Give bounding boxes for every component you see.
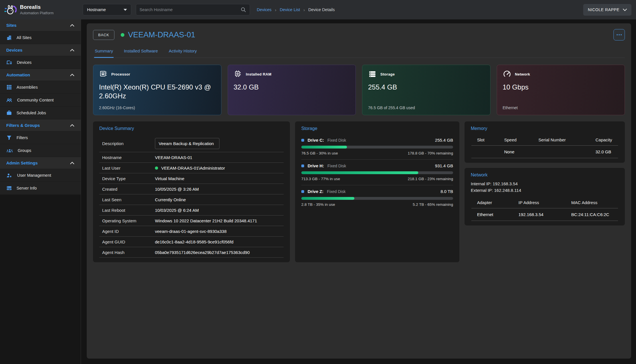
table-row-last-seen: Last Seen Currently Online	[99, 194, 284, 205]
drive-bullet-icon	[301, 190, 304, 193]
user-online-status-dot	[155, 166, 158, 170]
cpu-icon	[99, 70, 108, 78]
row-label: Agent Hash	[102, 250, 155, 255]
external-ip-text: External IP: 162.248.8.114	[471, 187, 619, 194]
sidebar-item-server-info[interactable]: Server Info	[0, 182, 81, 195]
chevron-up-icon	[70, 24, 74, 27]
row-label: Hostname	[102, 155, 155, 160]
drive-row-h: Drive H: Fixed Disk 931.4 GB 713.3 GB - …	[301, 160, 453, 185]
memory-cell-speed: None	[498, 146, 533, 158]
device-details-card: BACK VEEAM-DRAAS-01 Summary Installed So…	[87, 23, 631, 359]
sidebar-section-admin-settings[interactable]: Admin Settings	[0, 157, 81, 169]
device-online-status-dot	[121, 33, 124, 37]
sidebar-item-community-content[interactable]: Community Content	[0, 94, 81, 107]
network-panel: Network Internal IP: 192.168.3.54 Extern…	[465, 168, 625, 225]
memory-table: Slot Speed Serial Number Capacity None 3…	[471, 135, 619, 158]
sidebar-section-sites[interactable]: Sites	[0, 19, 81, 31]
sidebar-empty-area	[0, 195, 81, 364]
row-label: Last Seen	[102, 197, 155, 202]
drive-used-text: 2.8 TB - 35% in use	[301, 202, 335, 207]
search-field-select[interactable]: Hostname	[83, 4, 131, 15]
sidebar-item-label: All Sites	[17, 35, 31, 40]
drive-remaining-text: 5.2 TB - 65% remaining	[413, 202, 453, 207]
sidebar-item-all-sites[interactable]: All Sites	[0, 31, 81, 44]
brand: Borealis Automation Platform	[0, 3, 81, 17]
brand-text: Borealis Automation Platform	[20, 4, 54, 15]
sidebar-item-groups[interactable]: Groups	[0, 144, 81, 157]
sidebar-item-filters[interactable]: Filters	[0, 131, 81, 144]
table-row-hostname: Hostname VEEAM-DRAAS-01	[99, 152, 284, 163]
detail-panels: Device Summary Description Hostname VEEA…	[93, 121, 625, 262]
sidebar-section-filters-groups[interactable]: Filters & Groups	[0, 119, 81, 131]
stat-card-value: 255.4 GB	[368, 83, 484, 91]
drive-bullet-icon	[301, 164, 304, 167]
sidebar-item-label: Assemblies	[17, 85, 38, 90]
panel-title: Device Summary	[99, 126, 284, 131]
tab-installed-software[interactable]: Installed Software	[123, 46, 158, 58]
user-menu-button[interactable]: NICOLE RAPPE	[583, 4, 631, 16]
row-label: Description	[102, 141, 155, 146]
briefcase-icon	[6, 110, 12, 116]
table-row-last-reboot: Last Reboot 10/03/2025 @ 6:24 AM	[99, 205, 284, 215]
column-header-adapter: Adapter	[471, 198, 513, 208]
search-input[interactable]	[140, 7, 241, 12]
sidebar-item-devices[interactable]: Devices	[0, 56, 81, 69]
row-value: 10/05/2025 @ 3:26 AM	[155, 187, 281, 192]
stat-cards: Processor Intel(R) Xeon(R) CPU E5-2690 v…	[93, 65, 625, 115]
drive-remaining-text: 178.8 GB - 70% remaining	[408, 151, 453, 155]
user-gear-icon	[6, 172, 13, 178]
breadcrumb-device-list[interactable]: Device List	[280, 7, 300, 12]
column-header-ip-address: IP Address	[513, 198, 566, 208]
table-row-device-type: Device Type Virtual Machine	[99, 173, 284, 184]
drive-size: 255.4 GB	[435, 138, 453, 143]
storage-panel: Storage Drive C: Fixed Disk 255.4 GB	[295, 121, 459, 262]
tab-summary[interactable]: Summary	[94, 46, 114, 58]
sidebar-section-label: Admin Settings	[6, 160, 38, 165]
stat-card-value: 32.0 GB	[234, 83, 350, 91]
server-icon	[6, 185, 12, 191]
drive-type: Fixed Disk	[328, 138, 346, 143]
sidebar-item-label: Filters	[17, 135, 28, 140]
device-header: BACK VEEAM-DRAAS-01	[93, 29, 625, 40]
brand-name: Borealis	[20, 4, 54, 10]
sidebar-item-user-management[interactable]: User Management	[0, 169, 81, 182]
groups-icon	[6, 148, 13, 153]
row-value: VEEAM-DRAAS-01	[155, 155, 281, 160]
row-label: Last Reboot	[102, 208, 155, 213]
memory-cell-serial	[533, 146, 590, 158]
back-button[interactable]: BACK	[93, 30, 114, 40]
sidebar-item-scheduled-jobs[interactable]: Scheduled Jobs	[0, 107, 81, 119]
row-label: Agent ID	[102, 229, 155, 234]
table-row-agent-guid: Agent GUID de16c0c1-8aa2-4d18-9585-9ce91…	[99, 237, 284, 247]
main-area: BACK VEEAM-DRAAS-01 Summary Installed So…	[81, 19, 636, 364]
column-header-speed: Speed	[498, 135, 533, 146]
ram-icon	[234, 70, 242, 78]
storage-icon	[368, 70, 377, 78]
column-header-mac-address: MAC Address	[566, 198, 618, 208]
breadcrumb: Devices › Device List › Device Details	[257, 7, 335, 12]
tab-activity-history[interactable]: Activity History	[168, 46, 197, 58]
row-value: 05ba0e7935171d626ecea29b27d7ae175363cd90	[155, 250, 281, 255]
sidebar-section-label: Sites	[6, 23, 17, 28]
more-actions-button[interactable]	[613, 29, 625, 40]
chevron-up-icon	[70, 74, 74, 76]
row-label: Device Type	[102, 176, 155, 181]
search-icon	[241, 7, 246, 13]
tab-bar: Summary Installed Software Activity Hist…	[93, 46, 625, 58]
borealis-rabbit-logo	[3, 3, 17, 17]
chevron-up-icon	[70, 124, 74, 127]
sidebar-item-assemblies[interactable]: Assemblies	[0, 81, 81, 94]
search-bar	[136, 4, 250, 15]
breadcrumb-devices[interactable]: Devices	[257, 7, 272, 12]
row-value: Currently Online	[155, 197, 281, 202]
row-label: Last User	[102, 166, 155, 170]
sidebar-section-automation[interactable]: Automation	[0, 69, 81, 81]
drive-remaining-text: 218.1 GB - 23% remaining	[408, 177, 453, 181]
building-icon	[6, 35, 12, 40]
adapter-cell-name: Ethernet	[471, 208, 513, 221]
description-input[interactable]	[155, 138, 219, 149]
drive-name: Drive C:	[308, 138, 324, 143]
memory-cell-slot	[471, 146, 498, 158]
chevron-up-icon	[70, 162, 74, 164]
sidebar-section-devices[interactable]: Devices	[0, 44, 81, 56]
